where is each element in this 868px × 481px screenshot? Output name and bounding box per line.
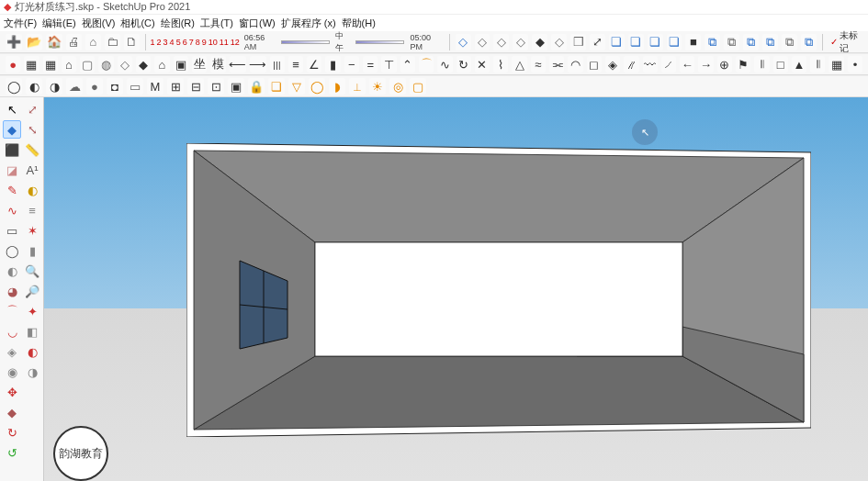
menu-view[interactable]: 视图(V) bbox=[82, 17, 116, 30]
select-tool-icon[interactable]: ↖ bbox=[3, 100, 21, 118]
time-slider[interactable] bbox=[281, 40, 330, 44]
triangle-icon[interactable]: △ bbox=[512, 56, 526, 73]
diamond6-icon[interactable]: ◇ bbox=[551, 34, 567, 50]
sun-icon[interactable]: ☀ bbox=[369, 78, 386, 95]
square-icon[interactable]: □ bbox=[773, 56, 788, 73]
curve1-icon[interactable]: ⌒ bbox=[419, 56, 434, 73]
select-alt-icon[interactable]: ◆ bbox=[3, 120, 21, 139]
bars2-icon[interactable]: ⦀ bbox=[754, 56, 769, 73]
shape3-icon[interactable]: ◗ bbox=[329, 78, 345, 95]
top-icon[interactable]: ▣ bbox=[174, 56, 188, 73]
caret-up-icon[interactable]: ⌃ bbox=[400, 56, 415, 73]
slash2-icon[interactable]: ⟋ bbox=[661, 56, 676, 73]
line-tool-icon[interactable]: ✎ bbox=[3, 181, 21, 199]
kanji2-icon[interactable]: 模 bbox=[210, 56, 225, 73]
layers-icon[interactable]: ❏ bbox=[268, 78, 285, 95]
grid2-icon[interactable]: ▦ bbox=[43, 56, 58, 73]
lock-icon[interactable]: 🔒 bbox=[248, 78, 265, 95]
sphere-icon[interactable]: ● bbox=[86, 78, 103, 95]
circle-tool-icon[interactable]: ◯ bbox=[3, 241, 21, 260]
copy1-icon[interactable]: ⧉ bbox=[705, 34, 720, 50]
home-icon[interactable]: 🏠 bbox=[46, 34, 62, 50]
timeline-month[interactable]: 2 bbox=[157, 38, 162, 47]
arrow-l2-icon[interactable]: ← bbox=[680, 56, 694, 73]
protractor-icon[interactable]: ◐ bbox=[23, 181, 41, 199]
timeline-month[interactable]: 11 bbox=[220, 38, 229, 47]
circle1-icon[interactable]: ◯ bbox=[6, 78, 22, 95]
offset-icon[interactable]: ◉ bbox=[3, 363, 21, 381]
timeline-month[interactable]: 6 bbox=[183, 38, 187, 47]
teapot-icon[interactable]: ◐ bbox=[26, 78, 42, 95]
rotate-tool-icon[interactable]: ↻ bbox=[3, 423, 21, 442]
slash-icon[interactable]: ⫽ bbox=[624, 56, 638, 73]
menu-help[interactable]: 帮助(H) bbox=[342, 17, 376, 30]
m-icon[interactable]: M bbox=[147, 78, 163, 95]
cube3-icon[interactable]: ❏ bbox=[648, 34, 663, 50]
cube5-icon[interactable]: ■ bbox=[685, 34, 701, 50]
menu-extensions[interactable]: 扩展程序 (x) bbox=[281, 17, 336, 30]
kanji1-icon[interactable]: 坐 bbox=[192, 56, 207, 73]
diamond5-icon[interactable]: ◆ bbox=[532, 34, 547, 50]
paint-tool-icon[interactable]: ▮ bbox=[23, 241, 41, 260]
eraser2-icon[interactable]: ◪ bbox=[3, 161, 21, 179]
walk-tool-icon[interactable]: ◐ bbox=[23, 342, 41, 361]
link-icon[interactable]: ⫘ bbox=[549, 56, 564, 73]
pan-tool-icon[interactable]: ✦ bbox=[23, 302, 41, 320]
menu-window[interactable]: 窗口(W) bbox=[239, 17, 276, 30]
grid1-icon[interactable]: ▦ bbox=[24, 56, 39, 73]
wave-icon[interactable]: ≈ bbox=[531, 56, 546, 73]
cube4-icon[interactable]: ❏ bbox=[667, 34, 682, 50]
shape2-icon[interactable]: ◯ bbox=[309, 78, 325, 95]
columns-icon[interactable]: ⫼ bbox=[270, 56, 285, 73]
timeline-month[interactable]: 12 bbox=[231, 38, 240, 47]
dot-icon[interactable]: • bbox=[848, 56, 862, 73]
material-icon[interactable]: ◘ bbox=[107, 78, 123, 95]
cross-icon[interactable]: ✕ bbox=[475, 56, 490, 73]
eraser-tool-icon[interactable]: ⬛ bbox=[3, 140, 21, 159]
target-icon[interactable]: ⊕ bbox=[717, 56, 732, 73]
axes-tool-icon[interactable]: ✶ bbox=[23, 221, 41, 240]
diamond2-icon[interactable]: ◇ bbox=[475, 34, 490, 50]
stack-icon[interactable]: ❒ bbox=[570, 34, 586, 50]
pushpull-icon[interactable]: ◈ bbox=[3, 342, 21, 361]
menu-file[interactable]: 文件(F) bbox=[4, 17, 37, 30]
house2-icon[interactable]: ⌂ bbox=[62, 56, 76, 73]
viewport[interactable]: ↖ 韵湖教育 bbox=[44, 97, 868, 481]
menu-tools[interactable]: 工具(T) bbox=[200, 17, 233, 30]
rotate2-icon[interactable]: ↺ bbox=[3, 443, 21, 462]
arc-tool-icon[interactable]: ⌒ bbox=[3, 302, 21, 320]
ring-icon[interactable]: ◎ bbox=[389, 78, 406, 95]
diamond7-icon[interactable]: ◇ bbox=[118, 56, 132, 73]
diamond4-icon[interactable]: ◇ bbox=[513, 34, 528, 50]
cloud-icon[interactable]: ☁ bbox=[66, 78, 83, 95]
timeline-month[interactable]: 8 bbox=[196, 38, 200, 47]
copy4-icon[interactable]: ⧉ bbox=[762, 34, 778, 50]
cube1-icon[interactable]: ❏ bbox=[609, 34, 625, 50]
diamond1-icon[interactable]: ◇ bbox=[456, 34, 471, 50]
arc2-icon[interactable]: ◡ bbox=[3, 322, 21, 341]
new-file-icon[interactable]: ➕ bbox=[6, 34, 22, 50]
teapot2-icon[interactable]: ◑ bbox=[46, 78, 62, 95]
zoom-tool-icon[interactable]: 🔎 bbox=[23, 282, 41, 300]
t-icon[interactable]: ⊤ bbox=[381, 56, 396, 73]
box2-icon[interactable]: ▢ bbox=[410, 78, 426, 95]
look-tool-icon[interactable]: ◑ bbox=[23, 363, 41, 381]
freehand-icon[interactable]: ∿ bbox=[3, 201, 21, 219]
shape4-icon[interactable]: ⟂ bbox=[349, 78, 366, 95]
menu-edit[interactable]: 编辑(E) bbox=[42, 17, 76, 30]
move-tool-icon[interactable]: ✥ bbox=[3, 383, 21, 401]
flag-icon[interactable]: ⚑ bbox=[736, 56, 750, 73]
timeline-month[interactable]: 9 bbox=[202, 38, 207, 47]
followme-icon[interactable]: ◆ bbox=[3, 403, 21, 421]
orbit-tool-icon[interactable]: 🔍 bbox=[23, 262, 41, 280]
window1-icon[interactable]: ⊞ bbox=[167, 78, 184, 95]
tape-tool-icon[interactable]: 📏 bbox=[23, 140, 41, 159]
arrow-r2-icon[interactable]: → bbox=[698, 56, 713, 73]
diamond3-icon[interactable]: ◇ bbox=[493, 34, 509, 50]
scale2-icon[interactable]: ⤡ bbox=[23, 120, 41, 139]
curve2-icon[interactable]: ∿ bbox=[437, 56, 452, 73]
refresh-icon[interactable]: ↻ bbox=[457, 56, 471, 73]
lines-icon[interactable]: ≡ bbox=[288, 56, 303, 73]
menu-camera[interactable]: 相机(C) bbox=[120, 17, 154, 30]
section-icon[interactable]: ◧ bbox=[23, 322, 41, 341]
